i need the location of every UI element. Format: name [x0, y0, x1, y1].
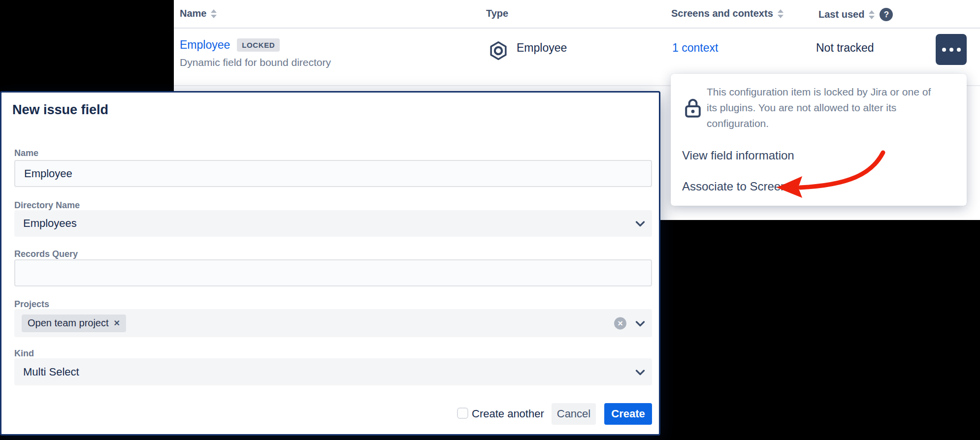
kind-label: Kind [14, 348, 34, 359]
locked-badge: LOCKED [237, 38, 280, 52]
menu-item-associate-to-screens[interactable]: Associate to Screens [682, 180, 793, 193]
projects-multiselect[interactable]: Open team project ✕ ✕ [14, 309, 652, 337]
field-name-link[interactable]: EmployeeLOCKED [180, 38, 280, 53]
field-type-label: Employee [517, 41, 567, 55]
new-issue-field-modal: New issue field Name Directory Name Empl… [0, 91, 660, 436]
directory-name-value: Employees [23, 217, 77, 230]
kind-select[interactable]: Multi Select [14, 358, 652, 385]
field-type-icon [488, 40, 509, 63]
modal-title: New issue field [12, 102, 108, 118]
project-tag: Open team project ✕ [22, 314, 126, 332]
lock-icon [685, 98, 701, 120]
more-actions-button[interactable] [936, 34, 967, 65]
last-used-value: Not tracked [816, 41, 874, 55]
ellipsis-icon [957, 48, 961, 52]
help-icon[interactable]: ? [880, 8, 893, 21]
remove-tag-icon[interactable]: ✕ [114, 318, 120, 328]
menu-item-view-field-information[interactable]: View field information [682, 149, 794, 162]
projects-label: Projects [14, 299, 49, 310]
locked-note: This configuration item is locked by Jir… [707, 84, 936, 131]
ellipsis-icon [949, 48, 953, 52]
project-tag-label: Open team project [28, 317, 109, 329]
column-header-screens-label: Screens and contexts [671, 8, 773, 19]
column-header-screens[interactable]: Screens and contexts [671, 8, 784, 19]
field-actions-menu: This configuration item is locked by Jir… [671, 74, 967, 206]
column-header-type: Type [486, 8, 508, 19]
chevron-down-icon [635, 217, 645, 230]
sort-icon [869, 10, 875, 19]
column-header-last-used-label: Last used [818, 9, 864, 20]
cancel-button[interactable]: Cancel [552, 403, 596, 425]
name-field-label: Name [14, 148, 38, 158]
sort-icon [211, 9, 217, 18]
directory-name-label: Directory Name [14, 200, 80, 211]
contexts-link[interactable]: 1 context [672, 41, 718, 55]
field-description: Dynamic field for bound directory [180, 57, 331, 68]
create-another-label: Create another [472, 408, 544, 420]
header-divider [174, 28, 980, 29]
clear-selection-icon[interactable]: ✕ [614, 317, 626, 329]
ellipsis-icon [942, 48, 946, 52]
directory-name-select[interactable]: Employees [14, 210, 652, 237]
kind-value: Multi Select [23, 366, 79, 378]
column-header-type-label: Type [486, 8, 508, 19]
sort-icon [778, 9, 784, 18]
records-query-label: Records Query [14, 249, 78, 259]
field-name-text: Employee [180, 38, 230, 51]
create-another-checkbox[interactable] [457, 408, 468, 419]
name-input[interactable] [14, 160, 652, 187]
records-query-input[interactable] [14, 259, 652, 286]
column-header-last-used[interactable]: Last used ? [818, 8, 893, 21]
chevron-down-icon [635, 317, 645, 330]
create-button[interactable]: Create [604, 403, 652, 425]
chevron-down-icon [635, 366, 645, 378]
column-header-name-label: Name [180, 8, 206, 19]
column-header-name[interactable]: Name [180, 8, 217, 19]
